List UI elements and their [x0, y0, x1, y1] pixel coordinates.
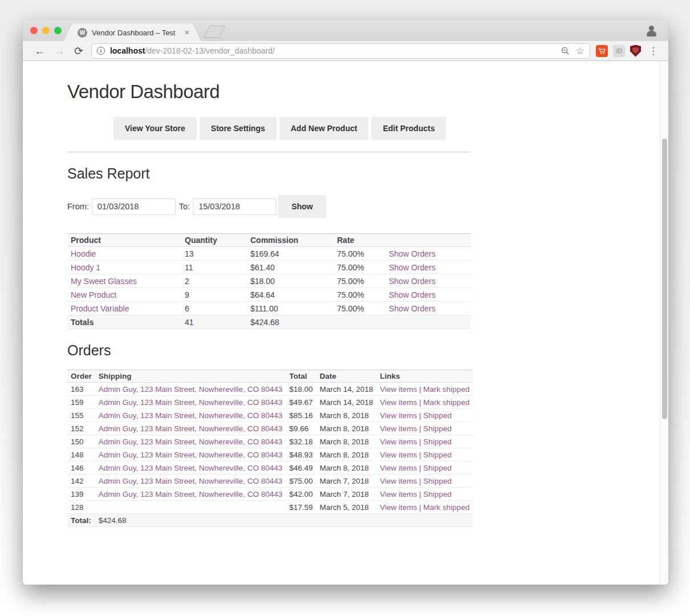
close-tab-icon[interactable]: ×	[185, 28, 189, 37]
show-orders-link[interactable]: Show Orders	[389, 277, 436, 286]
show-orders-link[interactable]: Show Orders	[389, 304, 436, 313]
from-label: From:	[67, 202, 89, 211]
extensions-area: iD ⋮	[596, 45, 661, 57]
traffic-lights	[30, 27, 62, 34]
sales-header-row: Product Quantity Commission Rate	[67, 234, 470, 247]
page-title: Vendor Dashboard	[67, 81, 470, 103]
shipping-link[interactable]: Admin Guy, 123 Main Street, Nowhereville…	[99, 437, 282, 446]
url-bar[interactable]: i localhost/dev-2018-02-13/vendor_dashbo…	[91, 43, 590, 59]
col-commission: Commission	[247, 234, 334, 247]
shipping-link[interactable]: Admin Guy, 123 Main Street, Nowhereville…	[99, 398, 282, 407]
view-items-link[interactable]: View items	[380, 398, 417, 407]
view-items-link[interactable]: View items	[380, 464, 417, 472]
product-link[interactable]: Product Variable	[71, 304, 129, 313]
show-button[interactable]: Show	[278, 195, 326, 218]
close-window-button[interactable]	[30, 27, 38, 34]
date-filter-row: From: To: Show	[67, 195, 470, 218]
col-date: Date	[316, 370, 376, 383]
reload-icon[interactable]: ⟳	[70, 46, 88, 56]
ship-status-link[interactable]: Mark shipped	[423, 398, 469, 407]
shipping-link[interactable]: Admin Guy, 123 Main Street, Nowhereville…	[99, 490, 282, 499]
table-row: Product Variable 6 $111.00 75.00% Show O…	[67, 302, 470, 315]
product-link[interactable]: Hoodie	[71, 249, 96, 258]
table-row: New Product 9 $64.64 75.00% Show Orders	[67, 288, 470, 302]
col-shipping: Shipping	[95, 370, 286, 383]
new-tab-button[interactable]	[204, 26, 226, 38]
view-items-link[interactable]: View items	[380, 424, 417, 433]
shipping-link[interactable]: Admin Guy, 123 Main Street, Nowhereville…	[99, 385, 282, 394]
dashboard-nav-buttons: View Your Store Store Settings Add New P…	[113, 117, 470, 140]
browser-tab[interactable]: W Vendor Dashboard – Test ×	[64, 24, 201, 41]
table-row: 142 Admin Guy, 123 Main Street, Nowherev…	[67, 475, 473, 488]
view-items-link[interactable]: View items	[380, 451, 417, 459]
profile-icon[interactable]	[646, 25, 657, 37]
product-link[interactable]: My Sweet Glasses	[71, 277, 137, 286]
product-link[interactable]: Hoody 1	[71, 263, 100, 272]
edit-products-button[interactable]: Edit Products	[371, 117, 446, 140]
minimize-window-button[interactable]	[42, 27, 50, 34]
view-your-store-button[interactable]: View Your Store	[113, 117, 197, 140]
to-date-input[interactable]	[193, 198, 277, 215]
view-items-link[interactable]: View items	[380, 385, 417, 394]
show-orders-link[interactable]: Show Orders	[389, 249, 436, 258]
ship-status-link[interactable]: Shipped	[423, 490, 452, 499]
table-row: 146 Admin Guy, 123 Main Street, Nowherev…	[67, 461, 473, 475]
view-items-link[interactable]: View items	[380, 490, 417, 499]
shipping-link[interactable]: Admin Guy, 123 Main Street, Nowhereville…	[99, 477, 282, 485]
id-extension-icon[interactable]: iD	[613, 45, 625, 57]
view-items-link[interactable]: View items	[380, 477, 417, 485]
table-row: 159 Admin Guy, 123 Main Street, Nowherev…	[67, 396, 473, 409]
table-row: 152 Admin Guy, 123 Main Street, Nowherev…	[67, 422, 473, 435]
tab-title: Vendor Dashboard – Test	[92, 29, 185, 37]
zoom-window-button[interactable]	[54, 27, 62, 34]
table-row: 163 Admin Guy, 123 Main Street, Nowherev…	[67, 383, 473, 396]
shipping-link[interactable]: Admin Guy, 123 Main Street, Nowhereville…	[99, 424, 282, 433]
orders-total-row: Total: $424.68	[67, 514, 473, 527]
add-new-product-button[interactable]: Add New Product	[279, 117, 369, 140]
ublock-shield-icon[interactable]	[630, 45, 641, 57]
from-date-input[interactable]	[92, 198, 176, 215]
col-order: Order	[67, 370, 95, 383]
ship-status-link[interactable]: Mark shipped	[423, 503, 469, 512]
zoom-out-icon[interactable]	[561, 46, 570, 56]
browser-menu-icon[interactable]: ⋮	[646, 45, 660, 57]
orders-heading: Orders	[67, 342, 470, 359]
sales-report-heading: Sales Report	[67, 165, 470, 182]
to-label: To:	[179, 202, 190, 211]
shipping-link[interactable]: Admin Guy, 123 Main Street, Nowhereville…	[99, 451, 282, 459]
store-settings-button[interactable]: Store Settings	[200, 117, 277, 140]
table-row: Hoody 1 11 $61.40 75.00% Show Orders	[67, 261, 470, 274]
ship-status-link[interactable]: Shipped	[423, 424, 452, 433]
ship-status-link[interactable]: Shipped	[423, 451, 452, 459]
shipping-link[interactable]: Admin Guy, 123 Main Street, Nowhereville…	[99, 411, 282, 420]
table-row: My Sweet Glasses 2 $18.00 75.00% Show Or…	[67, 274, 470, 288]
forward-icon: →	[50, 46, 70, 56]
view-items-link[interactable]: View items	[380, 437, 417, 446]
ship-status-link[interactable]: Shipped	[423, 437, 452, 446]
ship-status-link[interactable]: Shipped	[423, 464, 452, 472]
tab-strip: W Vendor Dashboard – Test ×	[23, 20, 668, 41]
divider	[67, 152, 470, 152]
bookmark-star-icon[interactable]: ☆	[576, 46, 585, 56]
ship-status-link[interactable]: Shipped	[423, 411, 452, 420]
sales-report-table: Product Quantity Commission Rate Hoodie …	[67, 233, 470, 329]
col-quantity: Quantity	[181, 234, 247, 247]
browser-toolbar: ← → ⟳ i localhost/dev-2018-02-13/vendor_…	[23, 41, 668, 61]
col-links	[385, 234, 470, 247]
ship-status-link[interactable]: Shipped	[423, 477, 452, 485]
view-items-link[interactable]: View items	[380, 411, 417, 420]
back-icon[interactable]: ←	[30, 46, 50, 56]
scrollbar-track[interactable]	[660, 61, 668, 585]
product-link[interactable]: New Product	[71, 290, 116, 299]
col-product: Product	[67, 234, 181, 247]
shipping-link[interactable]: Admin Guy, 123 Main Street, Nowhereville…	[99, 464, 282, 472]
show-orders-link[interactable]: Show Orders	[389, 263, 436, 272]
scrollbar-thumb[interactable]	[662, 139, 667, 419]
orders-header-row: Order Shipping Total Date Links	[67, 370, 473, 383]
view-items-link[interactable]: View items	[380, 503, 417, 512]
ship-status-link[interactable]: Mark shipped	[423, 385, 469, 394]
page-info-icon[interactable]: i	[97, 47, 105, 55]
col-links: Links	[376, 370, 473, 383]
cart-extension-icon[interactable]	[596, 45, 608, 57]
show-orders-link[interactable]: Show Orders	[389, 290, 436, 299]
